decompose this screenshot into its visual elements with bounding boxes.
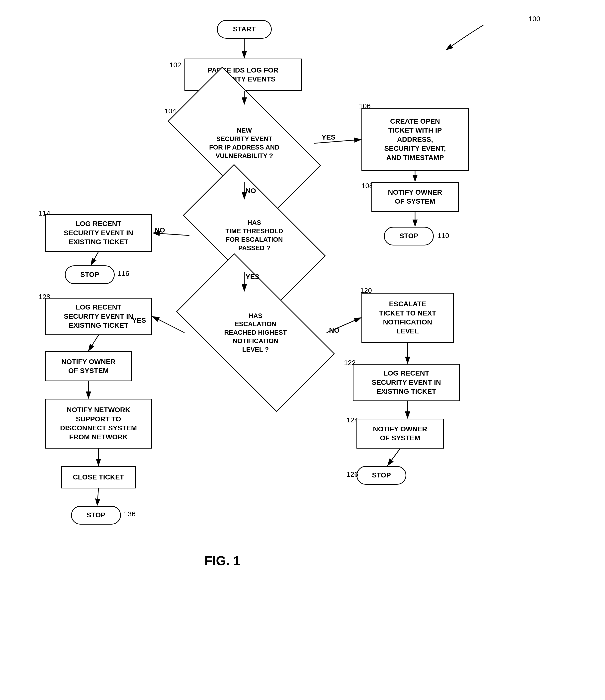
svg-line-14 bbox=[388, 449, 400, 466]
ref-110: 110 bbox=[437, 232, 449, 240]
svg-line-18 bbox=[97, 489, 98, 505]
node-132: NOTIFY NETWORKSUPPORT TODISCONNECT SYSTE… bbox=[45, 399, 152, 449]
node-112: HASTIME THRESHOLDFOR ESCALATIONPASSED ? bbox=[190, 199, 319, 272]
svg-line-8 bbox=[91, 252, 98, 265]
node-130: NOTIFY OWNEROF SYSTEM bbox=[45, 351, 132, 381]
stop-110: STOP bbox=[384, 227, 434, 246]
stop-136: STOP bbox=[71, 506, 121, 525]
node-124: NOTIFY OWNEROF SYSTEM bbox=[357, 419, 444, 449]
ref-116: 116 bbox=[118, 270, 129, 278]
node-134: CLOSE TICKET bbox=[61, 466, 136, 489]
start-node: START bbox=[217, 20, 272, 39]
svg-line-15 bbox=[89, 335, 98, 351]
node-120: ESCALATETICKET TO NEXTNOTIFICATIONLEVEL bbox=[361, 293, 454, 343]
node-104: NEWSECURITY EVENTFOR IP ADDRESS ANDVULNE… bbox=[174, 105, 314, 182]
stop-126: STOP bbox=[357, 466, 406, 485]
node-108: NOTIFY OWNEROF SYSTEM bbox=[371, 182, 459, 212]
ref-136: 136 bbox=[124, 510, 136, 518]
figure-label: FIG. 1 bbox=[204, 553, 240, 568]
node-106: CREATE OPENTICKET WITH IPADDRESS,SECURIT… bbox=[361, 108, 469, 171]
node-102: PARSE IDS LOG FORSECURITY EVENTS bbox=[185, 58, 301, 91]
svg-line-3 bbox=[314, 140, 361, 143]
ref-126: 126 bbox=[346, 471, 358, 478]
node-118: HASESCALATIONREACHED HIGHESTNOTIFICATION… bbox=[185, 292, 326, 374]
stop-116: STOP bbox=[65, 266, 115, 284]
yes-label-104: YES bbox=[321, 133, 336, 141]
node-122: LOG RECENTSECURITY EVENT INEXISTING TICK… bbox=[353, 364, 460, 401]
ref-102: 102 bbox=[170, 61, 181, 69]
yes-label-112: YES bbox=[245, 273, 260, 281]
no-label-112: NO bbox=[154, 226, 165, 234]
ref-100: 100 bbox=[529, 15, 540, 23]
flowchart-diagram: 100 START 102 PARSE IDS LOG FORSECURITY … bbox=[0, 0, 605, 700]
no-label-118: NO bbox=[329, 326, 340, 334]
node-114: LOG RECENTSECURITY EVENT INEXISTING TICK… bbox=[45, 214, 152, 252]
yes-label-118: YES bbox=[132, 317, 146, 324]
svg-line-10 bbox=[152, 317, 185, 333]
no-label-104: NO bbox=[245, 187, 256, 195]
